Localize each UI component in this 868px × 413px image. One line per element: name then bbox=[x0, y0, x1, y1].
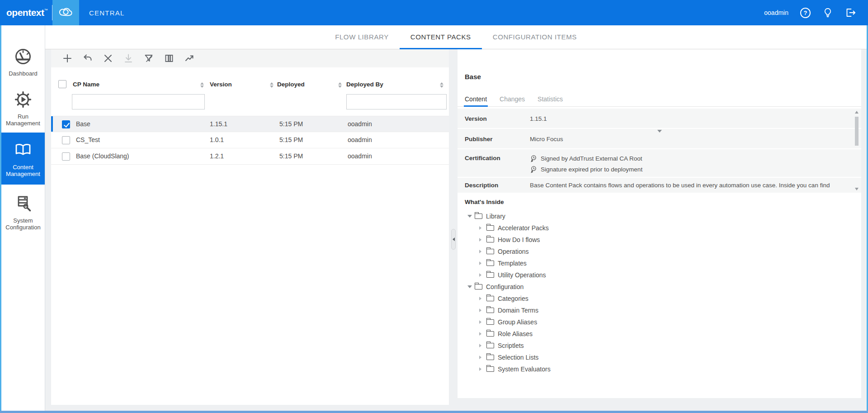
folder-icon bbox=[486, 225, 494, 231]
chevron-right-icon[interactable] bbox=[479, 273, 484, 277]
details-tab-content[interactable]: Content bbox=[465, 92, 487, 106]
columns-button[interactable] bbox=[164, 53, 175, 64]
certification-line: Signed by AddTrust External CA Root bbox=[530, 155, 642, 162]
row-checkbox[interactable] bbox=[62, 136, 70, 144]
sidebar-item-dashboard[interactable]: Dashboard bbox=[1, 43, 45, 81]
scrollbar-thumb[interactable] bbox=[855, 117, 859, 146]
scroll-up-arrow[interactable] bbox=[855, 111, 859, 114]
sidebar-item-label: System Configuration bbox=[2, 217, 44, 231]
panel-splitter-handle[interactable] bbox=[451, 229, 456, 250]
tree-item[interactable]: Selection Lists bbox=[458, 351, 861, 363]
table-row[interactable]: Base (CloudSlang) 1.2.1 5:15 PM ooadmin bbox=[51, 148, 449, 165]
tree-item-label: Domain Terms bbox=[498, 307, 538, 314]
tree-item[interactable]: Group Aliases bbox=[458, 316, 861, 328]
folder-icon bbox=[486, 249, 494, 254]
details-scrollbar bbox=[854, 109, 859, 192]
table-row[interactable]: CS_Test 1.0.1 5:15 PM ooadmin bbox=[51, 132, 449, 148]
chevron-right-icon[interactable] bbox=[479, 297, 484, 300]
tab-flow-library[interactable]: FLOW LIBRARY bbox=[324, 25, 400, 49]
column-header-deployed[interactable]: Deployed bbox=[277, 81, 305, 88]
gauge-icon bbox=[13, 47, 33, 67]
details-panel: Base Content Changes Statistics Version … bbox=[458, 49, 861, 398]
username-menu[interactable]: ooadmin bbox=[764, 9, 788, 16]
deployed-by-filter-input[interactable] bbox=[346, 94, 447, 109]
content-packs-table-card: CP Name Version Deployed Deployed By Bas… bbox=[51, 49, 449, 405]
chevron-right-icon[interactable] bbox=[479, 309, 484, 312]
tree-item[interactable]: How Do I flows bbox=[458, 234, 861, 246]
tree-item[interactable]: Scriptlets bbox=[458, 340, 861, 351]
table-body: Base 1.15.1 5:15 PM ooadmin CS_Test 1.0.… bbox=[51, 116, 449, 165]
table-header: CP Name Version Deployed Deployed By bbox=[51, 67, 449, 116]
cell-version: 1.0.1 bbox=[210, 136, 224, 143]
tree-item[interactable]: Domain Terms bbox=[458, 304, 861, 316]
tree-item[interactable]: Library bbox=[458, 210, 861, 222]
add-content-pack-button[interactable] bbox=[62, 53, 73, 64]
tree-item[interactable]: Accelerator Packs bbox=[458, 222, 861, 234]
folder-icon bbox=[486, 261, 494, 266]
tree-item[interactable]: Configuration bbox=[458, 281, 861, 293]
sidebar-item-system-configuration[interactable]: System Configuration bbox=[1, 189, 45, 234]
chevron-right-icon[interactable] bbox=[479, 226, 484, 230]
lightbulb-icon[interactable] bbox=[822, 7, 833, 18]
delete-button[interactable] bbox=[103, 53, 113, 64]
chevron-down-icon[interactable] bbox=[467, 285, 472, 288]
certification-lines: Signed by AddTrust External CA Root Sign… bbox=[530, 155, 642, 173]
folder-icon bbox=[475, 214, 482, 219]
signature-seal-icon bbox=[530, 166, 537, 173]
brand: opentext™ bbox=[0, 0, 79, 25]
column-header-version[interactable]: Version bbox=[210, 81, 232, 88]
cell-deployed-by: ooadmin bbox=[348, 136, 372, 143]
sidebar-item-run-management[interactable]: Run Management bbox=[1, 85, 45, 130]
sidebar-item-content-management[interactable]: Content Management bbox=[1, 133, 45, 185]
chevron-right-icon[interactable] bbox=[479, 367, 484, 371]
tree-item-label: Selection Lists bbox=[498, 354, 538, 361]
logout-icon[interactable] bbox=[845, 7, 856, 18]
details-tab-statistics[interactable]: Statistics bbox=[538, 92, 563, 106]
tree-item[interactable]: System Evaluators bbox=[458, 363, 861, 375]
cell-deployed-by: ooadmin bbox=[348, 152, 372, 160]
tree-item-label: Library bbox=[486, 213, 505, 220]
row-checkbox[interactable] bbox=[62, 120, 70, 128]
scroll-down-arrow[interactable] bbox=[855, 188, 859, 190]
tree-item-label: System Evaluators bbox=[498, 366, 551, 373]
app-title: CENTRAL bbox=[89, 9, 124, 17]
tree-item[interactable]: Categories bbox=[458, 293, 861, 304]
chevron-right-icon[interactable] bbox=[479, 250, 484, 253]
chevron-down-icon[interactable] bbox=[467, 215, 472, 218]
tree-item-label: Utility Operations bbox=[498, 271, 546, 279]
cloud-logo-icon[interactable] bbox=[52, 0, 79, 25]
help-icon[interactable]: ? bbox=[800, 8, 811, 18]
chevron-right-icon[interactable] bbox=[479, 320, 484, 324]
tab-content-packs[interactable]: CONTENT PACKS bbox=[400, 25, 482, 49]
deploy-download-button[interactable] bbox=[123, 53, 134, 64]
tree-item[interactable]: Templates bbox=[458, 257, 861, 269]
chevron-right-icon[interactable] bbox=[479, 238, 484, 242]
chevron-right-icon[interactable] bbox=[479, 332, 484, 336]
folder-icon bbox=[486, 237, 494, 242]
certification-text: Signed by AddTrust External CA Root bbox=[541, 155, 642, 162]
table-toolbar bbox=[51, 49, 449, 67]
tree-item[interactable]: Role Aliases bbox=[458, 328, 861, 340]
clear-filter-button[interactable] bbox=[143, 53, 154, 64]
tab-configuration-items[interactable]: CONFIGURATION ITEMS bbox=[482, 25, 588, 49]
tree-item[interactable]: Operations bbox=[458, 246, 861, 257]
statistics-button[interactable] bbox=[184, 53, 195, 64]
cell-cp-name: Base (CloudSlang) bbox=[76, 152, 129, 160]
column-header-deployed-by[interactable]: Deployed By bbox=[346, 81, 383, 88]
select-all-checkbox[interactable] bbox=[58, 80, 66, 88]
chevron-right-icon[interactable] bbox=[479, 261, 484, 265]
details-tab-changes[interactable]: Changes bbox=[500, 92, 525, 106]
trademark-symbol: ™ bbox=[44, 8, 48, 12]
tree-item-label: Categories bbox=[498, 295, 528, 302]
table-row[interactable]: Base 1.15.1 5:15 PM ooadmin bbox=[51, 116, 449, 132]
row-checkbox[interactable] bbox=[62, 152, 70, 161]
sort-icon bbox=[440, 82, 443, 88]
description-expand-icon[interactable] bbox=[657, 130, 662, 133]
cp-name-filter-input[interactable] bbox=[72, 94, 205, 109]
column-header-cp-name[interactable]: CP Name bbox=[73, 81, 99, 88]
tree-item[interactable]: Utility Operations bbox=[458, 269, 861, 281]
rollback-button[interactable] bbox=[82, 53, 93, 64]
cell-deployed-by: ooadmin bbox=[348, 120, 372, 128]
chevron-right-icon[interactable] bbox=[479, 356, 484, 359]
chevron-right-icon[interactable] bbox=[479, 344, 484, 347]
